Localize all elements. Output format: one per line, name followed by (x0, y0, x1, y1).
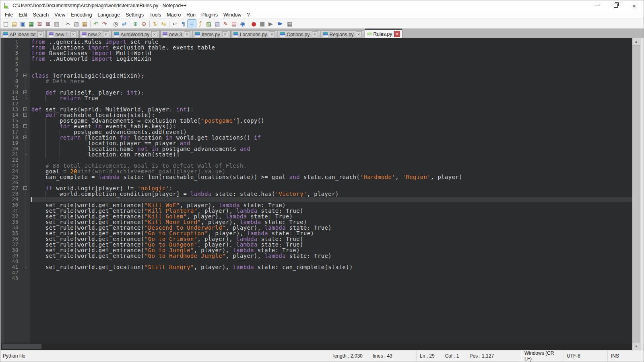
token-keyword: lambda (233, 264, 254, 270)
tab-rules-py[interactable]: Rules.py✕ (365, 29, 403, 38)
document-map-icon[interactable]: ▨ (204, 20, 213, 28)
undo-icon[interactable]: ↶ (92, 20, 100, 28)
menu-macro[interactable]: Macro (164, 12, 184, 18)
print-icon[interactable]: ▥ (52, 20, 61, 28)
menu-run[interactable]: Run (184, 12, 198, 18)
menu-language[interactable]: Language (95, 12, 123, 18)
document-list-icon[interactable]: ▧ (213, 20, 221, 28)
paste-icon[interactable]: ▦ (80, 20, 89, 28)
fold-collapse-icon[interactable]: − (23, 90, 27, 94)
macro-record-icon[interactable]: ● (250, 20, 258, 28)
cut-icon[interactable]: ✂ (64, 20, 72, 28)
fold-collapse-icon[interactable]: − (23, 136, 27, 139)
code-area[interactable]: from ..generic.Rules import set_rulefrom… (30, 38, 632, 343)
macro-play-icon[interactable]: ▶ (266, 20, 275, 28)
menu-tools[interactable]: Tools (147, 12, 164, 18)
redo-icon[interactable]: ↷ (100, 20, 109, 28)
folder-as-workspace-icon[interactable]: ▤ (230, 20, 238, 28)
open-file-icon[interactable]: ▤ (10, 20, 19, 28)
show-all-characters-icon[interactable]: ¶ (179, 20, 188, 28)
replace-icon[interactable]: ⇄ (120, 20, 128, 28)
tab-close-icon[interactable]: ✕ (151, 31, 157, 37)
fold-collapse-icon[interactable]: − (23, 124, 27, 128)
horizontal-scrollbar[interactable] (1, 343, 632, 350)
tab-close-icon[interactable]: ✕ (269, 31, 275, 37)
copy-icon[interactable]: ▧ (72, 20, 80, 28)
tab-autoworld-py[interactable]: AutoWorld.py✕ (112, 30, 160, 38)
menu-window[interactable]: Window (221, 12, 244, 18)
macro-stop-icon[interactable]: ■ (258, 20, 266, 28)
monitoring-icon[interactable]: ◉ (238, 20, 247, 28)
find-icon[interactable]: ◎ (111, 20, 120, 28)
tab-options-py[interactable]: Options.py✕ (278, 30, 320, 38)
sync-horizontal-icon[interactable]: ⇆ (159, 20, 168, 28)
code-line: set_rule(world.get_entrance("Go to Jungl… (31, 247, 632, 253)
restore-button[interactable] (607, 0, 625, 11)
tab-ap-ideas-txt[interactable]: AP Ideas.txt✕ (1, 30, 46, 38)
tab-close-icon[interactable]: ✕ (356, 31, 362, 37)
tab-new-1[interactable]: new 1✕ (46, 30, 78, 38)
token-keyword: lambda (264, 253, 286, 259)
line-number: 18 (4, 135, 19, 140)
fold-collapse-icon[interactable]: − (23, 74, 27, 77)
tab-regions-py[interactable]: Regions.py✕ (321, 30, 364, 38)
menu-edit[interactable]: Edit (16, 12, 30, 18)
tab-close-icon[interactable]: ✕ (312, 31, 318, 37)
tab-new-3[interactable]: new 3✕ (160, 30, 192, 38)
indent-guide-icon[interactable]: ≡ (188, 20, 196, 28)
horizontal-scrollbar-thumb[interactable] (2, 344, 41, 349)
status-eol-format[interactable]: Windows (CR LF) (521, 350, 563, 362)
code-editor[interactable]: 1234567891011121314151617181920212223242… (1, 38, 632, 343)
tab-close-icon[interactable]: ✕ (70, 31, 76, 37)
function-list-icon[interactable]: ƒ (196, 20, 204, 28)
sync-vertical-icon[interactable]: ⇅ (151, 20, 159, 28)
macro-run-multiple-icon[interactable]: ▶▶ (275, 20, 285, 28)
tab-close-icon[interactable]: ✕ (394, 31, 400, 37)
line-number-margin: 1234567891011121314151617181920212223242… (4, 38, 21, 343)
zoom-out-icon[interactable]: ⊖ (140, 20, 148, 28)
menu-search[interactable]: Search (30, 12, 52, 18)
fold-collapse-icon[interactable]: − (23, 186, 27, 190)
tab-close-icon[interactable]: ✕ (222, 31, 228, 37)
fold-collapse-icon[interactable]: − (23, 107, 27, 111)
close-all-icon[interactable]: ⊠ (44, 20, 52, 28)
status-encoding[interactable]: UTF-8 (563, 350, 607, 362)
menu-view[interactable]: View (52, 12, 68, 18)
tab-close-icon[interactable]: ✕ (184, 31, 190, 37)
macro-save-icon[interactable]: ▦ (285, 20, 294, 28)
status-bar: Python file length : 2,030 lines : 43 Ln… (0, 350, 644, 362)
save-all-icon[interactable]: ▦ (27, 20, 35, 28)
scroll-up-icon[interactable]: ▲ (632, 38, 640, 45)
restore-icon (614, 4, 618, 8)
minimize-button[interactable] (588, 0, 607, 11)
code-line: # Defs here (31, 78, 632, 84)
tab-items-py[interactable]: Items.py✕ (193, 30, 230, 38)
tab-locations-py[interactable]: Locations.py✕ (231, 30, 277, 38)
menu-plugins[interactable]: Plugins (198, 12, 221, 18)
fold-collapse-icon[interactable]: − (23, 113, 27, 117)
close-icon[interactable]: ⊠ (35, 20, 44, 28)
tab-close-icon[interactable]: ✕ (103, 31, 109, 37)
token-text: ..AutoWorld (45, 56, 91, 62)
line-number: 41 (4, 264, 19, 270)
zoom-in-icon[interactable]: ⊕ (131, 20, 140, 28)
menu-encoding[interactable]: Encoding (68, 12, 95, 18)
save-icon[interactable]: ▣ (19, 20, 27, 28)
menu-help[interactable]: ? (244, 12, 253, 18)
edit-marker-icon[interactable]: ✎ (221, 20, 230, 28)
new-file-icon[interactable]: □ (2, 20, 10, 28)
tab-new-2[interactable]: new 2✕ (79, 30, 111, 38)
status-insert-mode[interactable]: INS (607, 350, 644, 362)
vertical-scrollbar[interactable]: ▲ ▼ (632, 38, 640, 350)
line-number: 23 (4, 163, 19, 169)
fold-margin[interactable]: −−−−−−− (21, 38, 30, 343)
close-button[interactable]: × (625, 0, 644, 11)
tab-close-icon[interactable]: ✕ (37, 31, 43, 37)
vertical-scrollbar-thumb[interactable] (632, 45, 640, 343)
menu-file[interactable]: File (2, 12, 16, 18)
token-text: location.can_reach(state)] (88, 151, 180, 158)
token-keyword: from (31, 56, 45, 62)
menu-settings[interactable]: Settings (123, 12, 147, 18)
scroll-down-icon[interactable]: ▼ (632, 343, 640, 350)
word-wrap-icon[interactable]: ↵ (171, 20, 179, 28)
